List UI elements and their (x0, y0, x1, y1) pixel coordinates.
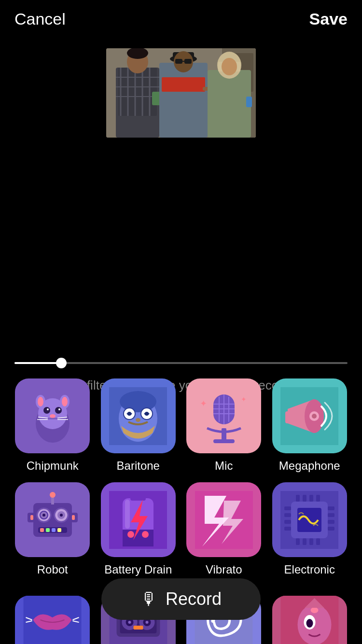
robot-label: Robot (37, 563, 68, 576)
header: Cancel Save (0, 0, 362, 38)
svg-point-36 (47, 408, 49, 410)
svg-rect-109 (328, 527, 334, 531)
video-frame (106, 48, 256, 138)
svg-rect-5 (118, 68, 157, 116)
timeline-slider[interactable] (14, 362, 348, 364)
svg-rect-104 (284, 520, 291, 524)
svg-rect-133 (133, 626, 143, 630)
svg-rect-70 (285, 411, 291, 423)
record-label: Record (166, 589, 222, 609)
chipmunk-icon (15, 378, 90, 453)
svg-point-52 (127, 412, 131, 416)
chipmunk-label: Chipmunk (27, 459, 79, 473)
baritone-label: Baritone (117, 459, 160, 473)
svg-rect-23 (184, 59, 192, 64)
svg-point-129 (128, 621, 131, 624)
filter-megaphone[interactable]: Megaphone (272, 378, 348, 473)
slider-track (14, 362, 348, 364)
svg-rect-111 (303, 495, 306, 502)
battery-label: Battery Drain (104, 563, 172, 576)
svg-point-34 (43, 407, 50, 414)
svg-point-139 (306, 619, 313, 628)
svg-point-35 (55, 407, 62, 414)
svg-text:✦: ✦ (241, 395, 247, 403)
svg-rect-22 (175, 59, 182, 64)
svg-point-55 (136, 418, 140, 422)
svg-rect-83 (46, 528, 50, 532)
svg-point-72 (312, 414, 317, 419)
filter-electronic[interactable]: Electronic (272, 482, 348, 576)
robot-icon (15, 482, 90, 557)
svg-point-132 (145, 621, 148, 624)
megaphone-icon (272, 378, 347, 453)
svg-rect-96 (125, 500, 130, 529)
svg-rect-102 (284, 506, 291, 510)
filter-vibrato[interactable]: Vibrato (186, 482, 262, 576)
svg-rect-112 (309, 495, 313, 502)
svg-point-140 (310, 607, 318, 613)
svg-rect-117 (316, 538, 320, 545)
filter-alien[interactable] (272, 596, 348, 644)
mic-icon: ✦ ✦ (186, 378, 261, 453)
svg-rect-85 (57, 528, 61, 532)
svg-point-54 (145, 412, 149, 416)
filter-lips[interactable] (14, 596, 91, 644)
svg-point-42 (62, 397, 68, 406)
svg-rect-91 (72, 515, 75, 520)
mic-label: Mic (215, 459, 233, 473)
svg-point-37 (58, 408, 60, 410)
svg-rect-17 (159, 63, 208, 138)
record-button[interactable]: 🎙 Record (101, 578, 261, 620)
svg-point-41 (38, 397, 43, 406)
slider-thumb[interactable] (56, 358, 67, 368)
baritone-icon (101, 378, 176, 453)
svg-rect-65 (213, 439, 235, 443)
filter-mic[interactable]: ✦ ✦ Mic (186, 378, 262, 473)
svg-point-29 (222, 58, 237, 75)
svg-rect-116 (309, 538, 313, 545)
svg-rect-110 (296, 495, 300, 502)
vibrato-icon (186, 482, 261, 557)
svg-point-87 (50, 492, 56, 498)
svg-rect-106 (328, 506, 334, 510)
filter-robot[interactable]: Robot (14, 482, 91, 576)
electronic-label: Electronic (284, 563, 335, 576)
svg-point-98 (142, 531, 149, 538)
svg-rect-114 (296, 538, 300, 545)
svg-rect-90 (30, 515, 33, 520)
megaphone-label: Megaphone (279, 459, 340, 473)
svg-rect-94 (130, 495, 146, 501)
svg-rect-64 (222, 428, 226, 440)
svg-rect-82 (40, 528, 44, 532)
svg-rect-84 (52, 528, 56, 532)
svg-point-38 (50, 414, 56, 418)
svg-rect-113 (316, 495, 320, 502)
svg-rect-103 (284, 513, 291, 517)
slider-fill (14, 362, 61, 364)
filter-chipmunk[interactable]: Chipmunk (14, 378, 91, 473)
cancel-button[interactable]: Cancel (14, 10, 66, 28)
filter-baritone[interactable]: Baritone (100, 378, 177, 473)
svg-point-97 (127, 531, 134, 538)
vibrato-label: Vibrato (206, 563, 242, 576)
svg-rect-115 (303, 538, 306, 545)
svg-rect-107 (328, 513, 334, 517)
filters-grid: Chipmunk (0, 378, 362, 576)
filter-battery[interactable]: Battery Drain (100, 482, 177, 576)
save-button[interactable]: Save (309, 10, 348, 28)
svg-rect-105 (284, 527, 291, 531)
mic-record-icon: 🎙 (140, 589, 158, 609)
video-preview (106, 48, 256, 138)
svg-point-80 (60, 514, 63, 517)
svg-rect-108 (328, 520, 334, 524)
svg-rect-26 (208, 70, 251, 138)
electronic-icon (272, 482, 347, 557)
svg-rect-30 (246, 97, 252, 107)
battery-icon (101, 482, 176, 557)
svg-text:✦: ✦ (200, 399, 207, 408)
svg-point-77 (42, 514, 45, 517)
svg-rect-18 (162, 77, 205, 92)
